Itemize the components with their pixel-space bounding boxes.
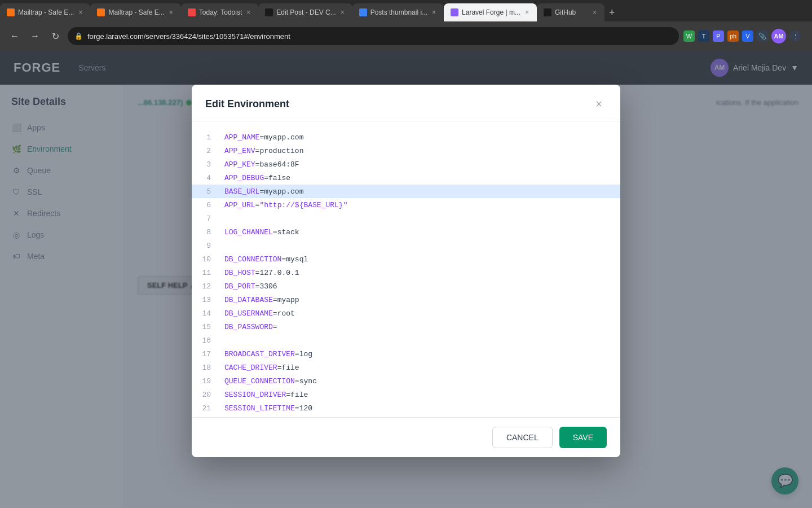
code-line-9: 9 — [192, 239, 620, 252]
line-content: DB_CONNECTION=mysql — [220, 255, 620, 264]
reload-button[interactable]: ↻ — [47, 28, 63, 44]
modal-header: Edit Environment × — [192, 85, 620, 121]
tab-label: GitHub — [555, 8, 588, 16]
line-number: 16 — [192, 336, 220, 345]
line-number: 19 — [192, 377, 220, 386]
tab-close-icon[interactable]: × — [592, 7, 598, 17]
code-key: QUEUE_CONNECTION — [224, 377, 295, 386]
tab-close-icon[interactable]: × — [245, 7, 251, 17]
forward-button[interactable]: → — [27, 28, 43, 44]
tab-label: Mailtrap - Safe E... — [18, 8, 74, 16]
save-button[interactable]: SAVE — [559, 427, 607, 448]
code-value: 127.0.0.1 — [259, 269, 299, 277]
tab-favicon — [544, 8, 551, 16]
modal-backdrop: Edit Environment × 1APP_NAME=myapp.com2A… — [0, 51, 812, 508]
line-number: 14 — [192, 309, 220, 318]
tab-forge[interactable]: Laravel Forge | m... × — [444, 3, 537, 21]
code-line-7: 7 — [192, 212, 620, 225]
line-content: DB_DATABASE=myapp — [220, 296, 620, 304]
code-key: CACHE_DRIVER — [224, 364, 277, 372]
code-key: APP_ENV — [224, 147, 255, 155]
tab-favicon — [265, 8, 273, 16]
line-content: APP_DEBUG=false — [220, 174, 620, 182]
code-key: DB_PORT — [224, 282, 255, 291]
code-line-12: 12DB_PORT=3306 — [192, 279, 620, 293]
code-editor[interactable]: 1APP_NAME=myapp.com2APP_ENV=production3A… — [192, 121, 620, 417]
url-text: forge.laravel.com/servers/336424/sites/1… — [87, 32, 290, 41]
back-button[interactable]: ← — [7, 28, 23, 44]
tab-posts-thumbnail[interactable]: Posts thumbnail i... × — [352, 3, 444, 21]
ext-icon-1[interactable]: W — [683, 30, 695, 42]
code-string-value: "http://${BASE_URL}" — [259, 201, 347, 209]
line-number: 9 — [192, 242, 220, 250]
line-number: 11 — [192, 269, 220, 277]
line-content: BASE_URL=myapp.com — [220, 187, 620, 196]
code-key: DB_DATABASE — [224, 296, 273, 304]
tab-close-icon[interactable]: × — [524, 7, 530, 17]
tab-bar: Mailtrap - Safe E... × Mailtrap - Safe E… — [0, 0, 812, 21]
tab-label: Posts thumbnail i... — [370, 8, 427, 16]
new-tab-button[interactable]: + — [604, 3, 620, 21]
code-key: DB_CONNECTION — [224, 255, 281, 264]
browser-extensions: W T P ph V 📎 AM ⋮ — [683, 29, 805, 43]
tab-close-icon[interactable]: × — [77, 7, 83, 17]
tab-github[interactable]: GitHub × — [537, 3, 604, 21]
line-content: QUEUE_CONNECTION=sync — [220, 377, 620, 386]
ext-icon-2[interactable]: T — [698, 30, 709, 42]
code-line-18: 18CACHE_DRIVER=file — [192, 361, 620, 374]
code-line-8: 8LOG_CHANNEL=stack — [192, 225, 620, 239]
line-content: LOG_CHANNEL=stack — [220, 228, 620, 237]
modal-close-button[interactable]: × — [591, 96, 607, 112]
code-line-5: 5BASE_URL=myapp.com — [192, 185, 620, 198]
code-equals: = — [273, 228, 277, 237]
line-content: DB_PASSWORD= — [220, 323, 620, 331]
ext-icon-4[interactable]: ph — [727, 30, 739, 42]
code-key: APP_NAME — [224, 133, 259, 142]
code-value: sync — [299, 377, 317, 386]
code-key: APP_KEY — [224, 160, 255, 169]
tab-close-icon[interactable]: × — [168, 7, 174, 17]
ext-icon-3[interactable]: P — [713, 30, 724, 42]
tab-favicon — [7, 8, 15, 16]
code-line-10: 10DB_CONNECTION=mysql — [192, 252, 620, 266]
tab-dev[interactable]: Edit Post - DEV C... × — [258, 3, 352, 21]
code-line-14: 14DB_USERNAME=root — [192, 306, 620, 320]
profile-avatar[interactable]: AM — [771, 29, 786, 43]
code-key: DB_HOST — [224, 269, 255, 277]
line-content: DB_HOST=127.0.0.1 — [220, 269, 620, 277]
tab-close-icon[interactable]: × — [431, 7, 437, 17]
cancel-button[interactable]: CANCEL — [492, 427, 553, 448]
code-line-2: 2APP_ENV=production — [192, 144, 620, 157]
line-content: DB_PORT=3306 — [220, 282, 620, 291]
line-number: 10 — [192, 255, 220, 264]
line-content: SESSION_LIFETIME=120 — [220, 404, 620, 413]
code-line-4: 4APP_DEBUG=false — [192, 171, 620, 185]
code-value: myapp.com — [264, 133, 303, 142]
line-number: 6 — [192, 201, 220, 209]
line-content: APP_URL="http://${BASE_URL}" — [220, 201, 620, 209]
code-value: base64:8F — [259, 160, 299, 169]
tab-close-icon[interactable]: × — [339, 7, 346, 17]
code-value: myapp.com — [264, 187, 303, 196]
line-number: 3 — [192, 160, 220, 169]
tab-mailtrap-1[interactable]: Mailtrap - Safe E... × — [0, 3, 90, 21]
profile-menu-icon[interactable]: ⋮ — [789, 30, 801, 42]
browser-chrome: Mailtrap - Safe E... × Mailtrap - Safe E… — [0, 0, 812, 51]
ext-icon-6[interactable]: 📎 — [757, 30, 768, 42]
ext-icon-5[interactable]: V — [742, 30, 753, 42]
line-number: 5 — [192, 187, 220, 196]
tab-favicon — [188, 8, 196, 16]
address-bar[interactable]: 🔒 forge.laravel.com/servers/336424/sites… — [68, 27, 679, 45]
tab-mailtrap-2[interactable]: Mailtrap - Safe E... × — [90, 3, 180, 21]
code-equals: = — [273, 309, 277, 318]
code-value: 3306 — [259, 282, 277, 291]
tab-todoist[interactable]: Today: Todoist × — [181, 3, 259, 21]
code-equals: = — [295, 404, 299, 413]
modal-title: Edit Environment — [205, 98, 289, 110]
code-equals: = — [286, 391, 290, 399]
modal-footer: CANCEL SAVE — [192, 417, 620, 457]
code-equals: = — [273, 323, 277, 331]
code-equals: = — [273, 296, 277, 304]
code-value: root — [277, 309, 295, 318]
line-number: 1 — [192, 133, 220, 142]
